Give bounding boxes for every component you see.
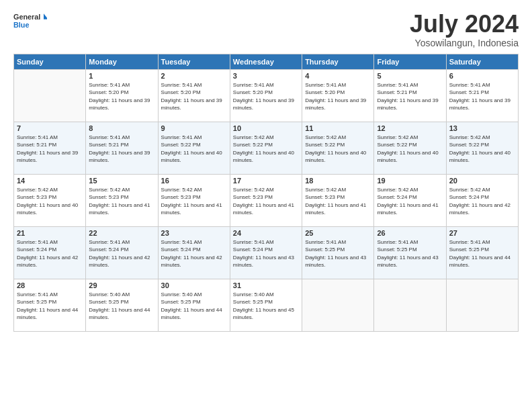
day-detail: Sunrise: 5:41 AMSunset: 5:22 PMDaylight:… [161, 134, 227, 165]
month-title: July 2024 [410, 11, 519, 38]
day-detail: Sunrise: 5:41 AMSunset: 5:24 PMDaylight:… [17, 238, 83, 269]
calendar-cell: 18Sunrise: 5:42 AMSunset: 5:23 PMDayligh… [302, 174, 374, 226]
day-detail: Sunrise: 5:42 AMSunset: 5:22 PMDaylight:… [377, 134, 443, 165]
day-number: 5 [377, 72, 443, 80]
calendar-cell: 27Sunrise: 5:41 AMSunset: 5:25 PMDayligh… [446, 226, 518, 279]
day-number: 26 [377, 229, 443, 237]
day-detail: Sunrise: 5:41 AMSunset: 5:20 PMDaylight:… [233, 81, 299, 112]
day-detail: Sunrise: 5:42 AMSunset: 5:23 PMDaylight:… [305, 186, 371, 217]
col-friday: Friday [374, 54, 446, 69]
day-detail: Sunrise: 5:41 AMSunset: 5:20 PMDaylight:… [89, 81, 154, 112]
page: General Blue July 2024 Yosowilangun, Ind… [0, 0, 532, 411]
calendar-cell: 5Sunrise: 5:41 AMSunset: 5:21 PMDaylight… [374, 69, 446, 122]
day-number: 27 [449, 229, 515, 237]
calendar-cell: 12Sunrise: 5:42 AMSunset: 5:22 PMDayligh… [374, 122, 446, 174]
day-number: 25 [305, 229, 371, 237]
day-detail: Sunrise: 5:42 AMSunset: 5:22 PMDaylight:… [449, 134, 515, 165]
col-tuesday: Tuesday [158, 54, 230, 69]
day-number: 2 [161, 72, 227, 80]
day-detail: Sunrise: 5:41 AMSunset: 5:21 PMDaylight:… [449, 81, 515, 112]
calendar-week-2: 7Sunrise: 5:41 AMSunset: 5:21 PMDaylight… [14, 122, 519, 174]
calendar-cell: 22Sunrise: 5:41 AMSunset: 5:24 PMDayligh… [86, 226, 158, 279]
calendar-cell: 26Sunrise: 5:41 AMSunset: 5:25 PMDayligh… [374, 226, 446, 279]
calendar-cell: 21Sunrise: 5:41 AMSunset: 5:24 PMDayligh… [14, 226, 86, 279]
day-detail: Sunrise: 5:41 AMSunset: 5:25 PMDaylight:… [449, 238, 515, 269]
day-detail: Sunrise: 5:41 AMSunset: 5:24 PMDaylight:… [89, 238, 154, 269]
day-number: 4 [305, 72, 371, 80]
day-detail: Sunrise: 5:41 AMSunset: 5:20 PMDaylight:… [305, 81, 371, 112]
day-number: 12 [377, 124, 443, 132]
day-detail: Sunrise: 5:41 AMSunset: 5:20 PMDaylight:… [161, 81, 227, 112]
day-number: 7 [17, 124, 83, 132]
day-number: 3 [233, 72, 299, 80]
day-detail: Sunrise: 5:42 AMSunset: 5:23 PMDaylight:… [233, 186, 299, 217]
day-detail: Sunrise: 5:40 AMSunset: 5:25 PMDaylight:… [233, 291, 299, 322]
svg-marker-2 [44, 13, 47, 19]
calendar-week-1: 1Sunrise: 5:41 AMSunset: 5:20 PMDaylight… [14, 69, 519, 122]
col-saturday: Saturday [446, 54, 518, 69]
logo-svg: General Blue [13, 11, 47, 32]
day-detail: Sunrise: 5:42 AMSunset: 5:22 PMDaylight:… [305, 134, 371, 165]
calendar-cell: 16Sunrise: 5:42 AMSunset: 5:23 PMDayligh… [158, 174, 230, 226]
calendar-cell: 29Sunrise: 5:40 AMSunset: 5:25 PMDayligh… [86, 279, 158, 331]
calendar-cell: 17Sunrise: 5:42 AMSunset: 5:23 PMDayligh… [230, 174, 302, 226]
header: General Blue July 2024 Yosowilangun, Ind… [13, 11, 519, 48]
calendar-cell: 11Sunrise: 5:42 AMSunset: 5:22 PMDayligh… [302, 122, 374, 174]
calendar-cell [446, 279, 518, 331]
day-number: 14 [17, 177, 83, 185]
day-number: 31 [233, 281, 299, 289]
day-detail: Sunrise: 5:41 AMSunset: 5:25 PMDaylight:… [305, 238, 371, 269]
day-detail: Sunrise: 5:42 AMSunset: 5:23 PMDaylight:… [17, 186, 83, 217]
calendar-cell: 30Sunrise: 5:40 AMSunset: 5:25 PMDayligh… [158, 279, 230, 331]
logo: General Blue [13, 11, 47, 32]
day-detail: Sunrise: 5:42 AMSunset: 5:22 PMDaylight:… [233, 134, 299, 165]
calendar-cell: 23Sunrise: 5:41 AMSunset: 5:24 PMDayligh… [158, 226, 230, 279]
day-number: 10 [233, 124, 299, 132]
day-number: 29 [89, 281, 154, 289]
col-thursday: Thursday [302, 54, 374, 69]
col-sunday: Sunday [14, 54, 86, 69]
calendar-table: Sunday Monday Tuesday Wednesday Thursday… [13, 54, 519, 332]
calendar-cell [374, 279, 446, 331]
day-detail: Sunrise: 5:42 AMSunset: 5:24 PMDaylight:… [377, 186, 443, 217]
day-detail: Sunrise: 5:42 AMSunset: 5:24 PMDaylight:… [449, 186, 515, 217]
calendar-cell: 28Sunrise: 5:41 AMSunset: 5:25 PMDayligh… [14, 279, 86, 331]
day-detail: Sunrise: 5:41 AMSunset: 5:21 PMDaylight:… [89, 134, 154, 165]
calendar-cell [14, 69, 86, 122]
calendar-cell: 3Sunrise: 5:41 AMSunset: 5:20 PMDaylight… [230, 69, 302, 122]
calendar-cell: 20Sunrise: 5:42 AMSunset: 5:24 PMDayligh… [446, 174, 518, 226]
calendar-cell: 9Sunrise: 5:41 AMSunset: 5:22 PMDaylight… [158, 122, 230, 174]
calendar-cell: 2Sunrise: 5:41 AMSunset: 5:20 PMDaylight… [158, 69, 230, 122]
day-number: 8 [89, 124, 154, 132]
calendar-week-5: 28Sunrise: 5:41 AMSunset: 5:25 PMDayligh… [14, 279, 519, 331]
calendar-cell: 8Sunrise: 5:41 AMSunset: 5:21 PMDaylight… [86, 122, 158, 174]
calendar-week-3: 14Sunrise: 5:42 AMSunset: 5:23 PMDayligh… [14, 174, 519, 226]
calendar-cell: 31Sunrise: 5:40 AMSunset: 5:25 PMDayligh… [230, 279, 302, 331]
calendar-cell: 7Sunrise: 5:41 AMSunset: 5:21 PMDaylight… [14, 122, 86, 174]
subtitle: Yosowilangun, Indonesia [410, 38, 519, 48]
day-detail: Sunrise: 5:41 AMSunset: 5:21 PMDaylight:… [17, 134, 83, 165]
calendar-cell [302, 279, 374, 331]
day-detail: Sunrise: 5:42 AMSunset: 5:23 PMDaylight:… [89, 186, 154, 217]
calendar-cell: 19Sunrise: 5:42 AMSunset: 5:24 PMDayligh… [374, 174, 446, 226]
day-number: 20 [449, 177, 515, 185]
day-number: 16 [161, 177, 227, 185]
day-number: 23 [161, 229, 227, 237]
day-detail: Sunrise: 5:41 AMSunset: 5:21 PMDaylight:… [377, 81, 443, 112]
calendar-cell: 25Sunrise: 5:41 AMSunset: 5:25 PMDayligh… [302, 226, 374, 279]
header-row: Sunday Monday Tuesday Wednesday Thursday… [14, 54, 519, 69]
calendar-cell: 4Sunrise: 5:41 AMSunset: 5:20 PMDaylight… [302, 69, 374, 122]
title-block: July 2024 Yosowilangun, Indonesia [410, 11, 519, 48]
calendar-cell: 1Sunrise: 5:41 AMSunset: 5:20 PMDaylight… [86, 69, 158, 122]
day-number: 15 [89, 177, 154, 185]
day-number: 28 [17, 281, 83, 289]
day-number: 13 [449, 124, 515, 132]
day-number: 11 [305, 124, 371, 132]
day-number: 18 [305, 177, 371, 185]
day-detail: Sunrise: 5:40 AMSunset: 5:25 PMDaylight:… [89, 291, 154, 322]
day-detail: Sunrise: 5:42 AMSunset: 5:23 PMDaylight:… [161, 186, 227, 217]
calendar-cell: 15Sunrise: 5:42 AMSunset: 5:23 PMDayligh… [86, 174, 158, 226]
day-number: 1 [89, 72, 154, 80]
calendar-cell: 6Sunrise: 5:41 AMSunset: 5:21 PMDaylight… [446, 69, 518, 122]
day-detail: Sunrise: 5:41 AMSunset: 5:24 PMDaylight:… [233, 238, 299, 269]
